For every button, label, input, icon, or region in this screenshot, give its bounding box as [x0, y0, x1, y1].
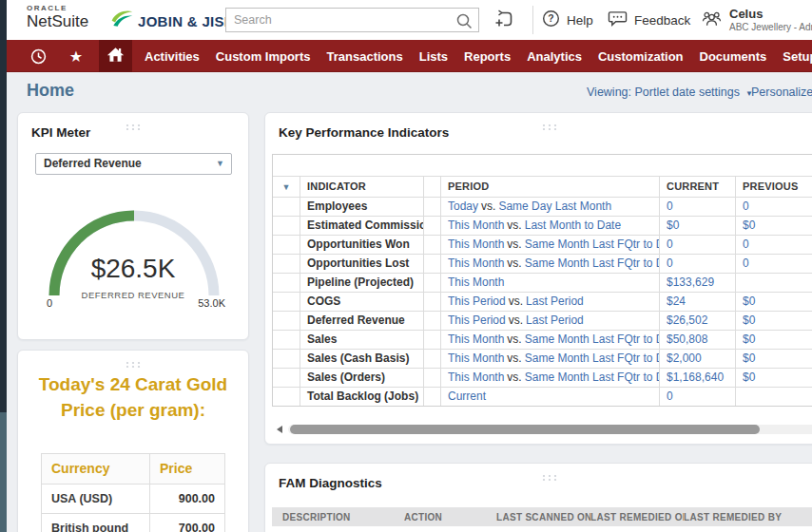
kpi-current-value[interactable]: $24	[667, 294, 686, 308]
nav-item-documents[interactable]: Documents	[700, 49, 767, 64]
nav-item-lists[interactable]: Lists	[419, 49, 448, 64]
period-link[interactable]: Same Month Last FQtr to Date	[525, 370, 659, 384]
period-link[interactable]: Last Period	[526, 294, 584, 308]
gold-price-table: Currency Price USA (USD) 900.00 British …	[41, 453, 225, 532]
drag-handle-icon[interactable]	[541, 118, 558, 135]
kpi-portlet-title[interactable]: Key Performance Indicators	[279, 125, 449, 140]
shortcuts-star-icon[interactable]: ★	[62, 40, 90, 72]
period-link[interactable]: This Month	[448, 276, 504, 289]
search-icon[interactable]	[455, 12, 473, 33]
kpi-current-value[interactable]: $133,629	[667, 276, 714, 289]
fam-title[interactable]: FAM Diagnostics	[279, 476, 382, 490]
nav-item-reports[interactable]: Reports	[464, 49, 511, 64]
kpi-previous-value[interactable]: 0	[743, 256, 749, 270]
main-nav: ★ Activities Custom Imports Transactions…	[7, 40, 812, 72]
kpi-previous-value[interactable]: $0	[743, 294, 755, 308]
select-caret-icon: ▼	[216, 154, 224, 174]
scrollbar-thumb[interactable]	[290, 425, 760, 434]
gauge-min: 0	[47, 297, 52, 309]
kpi-indicator: Opportunities Won	[300, 236, 423, 254]
nav-item-activities[interactable]: Activities	[145, 49, 200, 64]
period-link[interactable]: Same Month Last FQtr to Date	[525, 352, 659, 365]
period-link[interactable]: This Month	[448, 238, 504, 251]
kpi-current-value[interactable]: $0	[667, 218, 679, 232]
help-button[interactable]: ? Help	[542, 0, 593, 40]
period-link[interactable]: This Month	[448, 332, 504, 346]
netsuite-logo[interactable]: ORACLE NetSuite	[27, 5, 88, 29]
kpi-meter-title[interactable]: KPI Meter	[31, 125, 90, 140]
kpi-header-menu-icon[interactable]: ▼	[281, 182, 290, 192]
period-link[interactable]: Last Month to Date	[525, 218, 621, 232]
kpi-indicator: COGS	[300, 293, 423, 311]
period-link[interactable]: This Period	[448, 314, 506, 327]
kpi-previous-value[interactable]: 0	[743, 200, 749, 213]
kpi-previous-value[interactable]: $0	[743, 370, 755, 384]
kpi-current-value[interactable]: $2,000	[667, 352, 702, 365]
period-link[interactable]: Same Month Last FQtr to Date	[525, 256, 659, 270]
period-link[interactable]: This Month	[448, 370, 504, 384]
kpi-meter-selected-value: Deferred Revenue	[44, 157, 142, 170]
gold-col-price: Price	[150, 454, 224, 484]
kpi-current-value[interactable]: 0	[667, 390, 673, 403]
recent-records-icon[interactable]	[24, 40, 52, 72]
personalize-link[interactable]: Personalize	[751, 86, 812, 99]
kpi-previous-value[interactable]: $0	[743, 218, 755, 232]
scroll-left-arrow-icon[interactable]	[277, 426, 282, 433]
quick-add-icon[interactable]	[494, 10, 514, 33]
kpi-indicator: Total Backlog (Jobs)	[300, 388, 423, 406]
netsuite-wordmark: NetSuite	[27, 13, 88, 29]
kpi-previous-value[interactable]: $0	[743, 352, 755, 365]
period-link[interactable]: Last Period	[526, 314, 584, 327]
period-link[interactable]: This Month	[448, 352, 504, 365]
period-link[interactable]: Same Month Last FQtr to Date	[525, 238, 659, 251]
kpi-indicator: Deferred Revenue	[300, 312, 423, 330]
portlet-date-settings-link[interactable]: Viewing: Portlet date settings▼	[587, 86, 753, 99]
kpi-current-value[interactable]: $26,502	[667, 314, 707, 327]
left-scrollbar-thumb[interactable]	[0, 412, 7, 532]
svg-text:?: ?	[548, 13, 553, 24]
kpi-current-value[interactable]: 0	[667, 200, 673, 213]
kpi-previous-value[interactable]: $0	[743, 332, 755, 346]
gold-col-currency: Currency	[42, 454, 150, 484]
user-role-menu[interactable]: Celus ABC Jewellery - Administrator	[701, 0, 812, 40]
gold-table-header: Currency Price	[42, 454, 224, 484]
kpi-previous-value[interactable]: $0	[743, 314, 755, 327]
search-input[interactable]	[226, 9, 478, 31]
col-previous: PREVIOUS	[735, 177, 812, 197]
drag-handle-icon[interactable]	[125, 118, 142, 135]
kpi-current-value[interactable]: 0	[667, 238, 673, 251]
feedback-button[interactable]: Feedback	[608, 0, 690, 40]
period-link[interactable]: This Period	[448, 294, 506, 308]
nav-item-setup[interactable]: Setup	[783, 49, 812, 64]
drag-handle-icon[interactable]	[541, 468, 558, 485]
vs-label: vs.	[507, 218, 521, 232]
top-bar: ORACLE NetSuite JOBIN & JISMI	[7, 0, 812, 40]
kpi-current-value[interactable]: $50,808	[667, 332, 707, 346]
period-link[interactable]: Current	[448, 390, 486, 403]
left-scrollbar-track[interactable]	[0, 0, 7, 532]
gold-price: 900.00	[150, 484, 224, 513]
nav-item-transactions[interactable]: Transactions	[326, 49, 402, 64]
partner-logo: JOBIN & JISMI	[109, 8, 241, 34]
table-row: British pound 700.00	[42, 513, 224, 532]
period-link[interactable]: This Month	[448, 256, 504, 270]
nav-item-analytics[interactable]: Analytics	[527, 49, 582, 64]
kpi-indicator: Estimated Commission	[300, 217, 423, 235]
nav-item-custom-imports[interactable]: Custom Imports	[216, 49, 311, 64]
period-link[interactable]: Same Day Last Month	[498, 200, 611, 213]
kpi-previous-value[interactable]: 0	[743, 238, 749, 251]
period-link[interactable]: Today	[448, 200, 478, 213]
fam-col-action: ACTION	[404, 512, 496, 522]
nav-item-customization[interactable]: Customization	[598, 49, 684, 64]
period-link[interactable]: Same Month Last FQtr to Date	[525, 332, 659, 346]
table-row: USA (USD) 900.00	[42, 484, 224, 513]
drag-handle-icon[interactable]	[125, 355, 142, 372]
user-name: Celus	[729, 8, 812, 22]
table-row: Estimated Commission This Monthvs.Last M…	[273, 216, 812, 235]
home-tab[interactable]	[99, 40, 132, 72]
kpi-meter-select[interactable]: Deferred Revenue ▼	[35, 153, 232, 175]
kpi-current-value[interactable]: 0	[667, 256, 673, 270]
kpi-indicator: Opportunities Lost	[300, 255, 423, 273]
period-link[interactable]: This Month	[448, 218, 504, 232]
kpi-current-value[interactable]: $1,168,640	[667, 370, 724, 384]
